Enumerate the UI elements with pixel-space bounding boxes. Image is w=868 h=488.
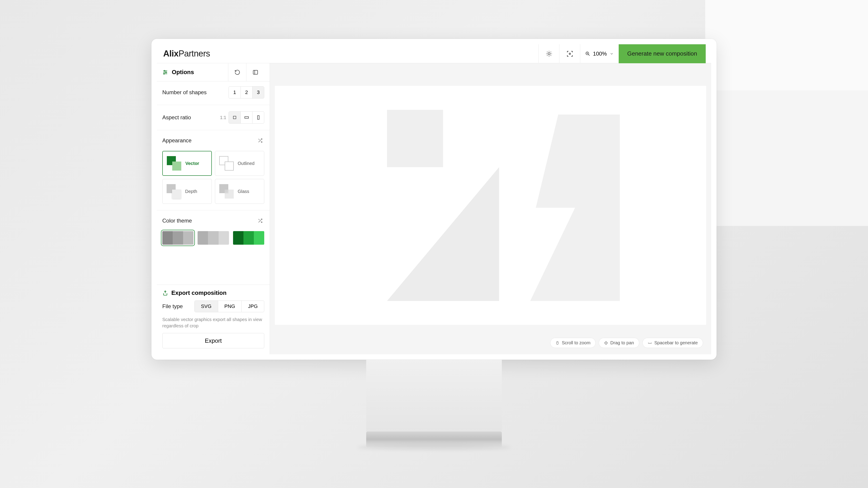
svg-rect-24 (257, 116, 259, 120)
square-icon (232, 115, 237, 120)
svg-point-0 (548, 53, 550, 55)
shuffle-icon (258, 138, 263, 143)
aspect-control: Aspect ratio 1:1 (162, 111, 264, 124)
shuffle-icon (258, 218, 263, 223)
appearance-shuffle[interactable] (256, 136, 264, 144)
aspect-portrait[interactable] (252, 111, 264, 123)
monitor-stand (366, 359, 502, 431)
svg-rect-20 (253, 70, 258, 74)
file-type-segmented: SVGPNGJPG (194, 300, 264, 312)
color-theme-header: Color theme (162, 217, 264, 225)
appearance-label: Glass (238, 189, 249, 194)
collapse-sidebar-button[interactable] (246, 63, 264, 81)
theme-toggle-button[interactable] (538, 44, 559, 63)
shape-rectangle (387, 110, 443, 167)
generate-button[interactable]: Generate new composition (619, 44, 706, 63)
appearance-grid: VectorOutlinedDepthGlass (162, 151, 264, 204)
svg-rect-22 (233, 116, 236, 119)
export-icon (162, 290, 168, 296)
monitor-frame: AlixPartners 100% Generate new compositi… (151, 39, 717, 360)
appearance-label: Depth (185, 189, 197, 194)
hint-drag: Drag to pan (599, 338, 639, 348)
appearance-swatch (219, 156, 234, 170)
shapes-segmented: 123 (228, 86, 264, 98)
recenter-button[interactable] (559, 44, 580, 63)
color-themes (162, 231, 264, 245)
color-theme-0[interactable] (162, 231, 193, 245)
mouse-icon (555, 341, 559, 345)
aspect-landscape[interactable] (241, 111, 252, 123)
background-decoration (705, 0, 868, 90)
svg-line-8 (551, 52, 551, 52)
appearance-header: Appearance (162, 136, 264, 144)
canvas-hints: Scroll to zoom Drag to pan Spacebar to g… (550, 338, 703, 348)
svg-line-30 (258, 219, 260, 220)
color-theme-label: Color theme (162, 218, 192, 224)
file-type-png[interactable]: PNG (218, 301, 242, 312)
svg-rect-23 (245, 117, 248, 118)
chevron-down-icon (610, 52, 614, 56)
svg-line-11 (588, 54, 590, 56)
hint-scroll: Scroll to zoom (550, 338, 596, 348)
options-sidebar: Options Number of shapes 123 (157, 63, 270, 354)
spacebar-icon (648, 341, 652, 345)
file-type-control: File type SVGPNGJPG (162, 300, 264, 312)
app-window: AlixPartners 100% Generate new compositi… (157, 44, 711, 354)
shapes-option-2[interactable]: 2 (241, 87, 252, 98)
zoom-control[interactable]: 100% (580, 44, 618, 63)
appearance-swatch (166, 184, 181, 199)
sun-icon (546, 51, 553, 57)
shapes-option-1[interactable]: 1 (229, 87, 241, 98)
appearance-depth[interactable]: Depth (162, 179, 212, 204)
sliders-icon (162, 69, 168, 75)
composition-canvas (275, 86, 706, 325)
export-button[interactable]: Export (162, 333, 264, 348)
export-description: Scalable vector graphics export all shap… (162, 316, 264, 329)
options-title: Options (172, 69, 194, 76)
shape-triangle (387, 167, 499, 301)
appearance-glass[interactable]: Glass (215, 179, 265, 204)
aspect-square[interactable] (229, 111, 241, 123)
reset-button[interactable] (228, 63, 246, 81)
appearance-label: Vector (185, 161, 199, 166)
svg-point-9 (569, 53, 570, 54)
svg-line-4 (551, 55, 551, 56)
color-theme-2[interactable] (233, 231, 264, 245)
appearance-swatch (219, 184, 234, 199)
canvas-area[interactable]: Scroll to zoom Drag to pan Spacebar to g… (270, 63, 711, 354)
svg-line-3 (547, 52, 548, 52)
magnifier-icon (585, 51, 590, 56)
aspect-segmented (228, 111, 264, 124)
zoom-level: 100% (593, 51, 607, 57)
color-theme-shuffle[interactable] (256, 217, 264, 225)
move-icon (604, 341, 608, 345)
topbar: AlixPartners 100% Generate new compositi… (157, 44, 711, 63)
export-panel: Export composition File type SVGPNGJPG S… (157, 285, 270, 354)
file-type-svg[interactable]: SVG (195, 301, 218, 312)
hint-spacebar: Spacebar to generate (643, 338, 703, 348)
appearance-swatch (167, 156, 181, 170)
shape-polygon (508, 115, 620, 301)
color-theme-1[interactable] (197, 231, 229, 245)
shapes-label: Number of shapes (162, 89, 207, 96)
svg-point-19 (163, 73, 164, 74)
appearance-label: Appearance (162, 137, 191, 144)
sidebar-header: Options (157, 63, 270, 81)
focus-icon (566, 51, 573, 57)
shapes-control: Number of shapes 123 (162, 86, 264, 98)
aspect-hint: 1:1 (220, 115, 226, 120)
rotate-icon (235, 69, 240, 75)
brand-logo: AlixPartners (163, 49, 210, 59)
svg-point-18 (165, 72, 166, 72)
main-area: Options Number of shapes 123 (157, 63, 711, 354)
svg-point-17 (164, 70, 165, 71)
svg-line-27 (258, 139, 260, 140)
shapes-option-3[interactable]: 3 (252, 87, 264, 98)
svg-rect-31 (557, 341, 559, 345)
file-type-label: File type (162, 303, 183, 310)
portrait-icon (256, 115, 261, 120)
appearance-outlined[interactable]: Outlined (215, 151, 265, 176)
file-type-jpg[interactable]: JPG (241, 301, 264, 312)
aspect-label: Aspect ratio (162, 114, 191, 121)
appearance-vector[interactable]: Vector (162, 151, 212, 176)
